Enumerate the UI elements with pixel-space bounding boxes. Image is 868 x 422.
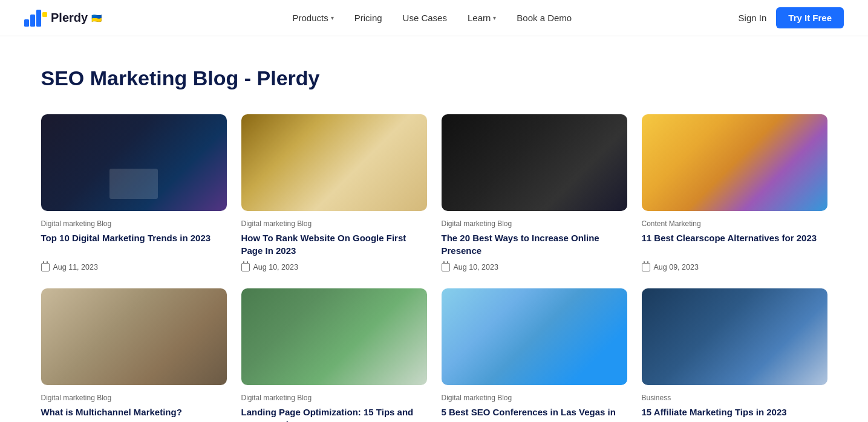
card-category: Content Marketing: [642, 219, 827, 228]
page-title: SEO Marketing Blog - Plerdy: [41, 67, 827, 90]
date-text: Aug 10, 2023: [454, 263, 498, 271]
card-title: The 20 Best Ways to Increase Online Pres…: [442, 232, 627, 257]
blog-card[interactable]: Digital marketing Blog Landing Page Opti…: [241, 288, 427, 422]
nav-book-demo[interactable]: Book a Demo: [508, 8, 580, 28]
card-image: [642, 288, 827, 385]
calendar-icon: [41, 263, 50, 271]
nav-products[interactable]: Products ▾: [284, 8, 342, 28]
card-image: [642, 114, 827, 211]
blog-card[interactable]: Digital marketing Blog Top 10 Digital Ma…: [41, 114, 227, 271]
blog-card[interactable]: Content Marketing 11 Best Clearscope Alt…: [642, 114, 827, 271]
logo-text: Plerdy: [51, 11, 88, 25]
nav-learn[interactable]: Learn ▾: [459, 8, 504, 28]
logo[interactable]: Plerdy 🇺🇦: [24, 10, 102, 27]
calendar-icon: [642, 263, 650, 271]
card-category: Digital marketing Blog: [41, 219, 227, 228]
card-category: Digital marketing Blog: [442, 219, 627, 228]
svg-rect-1: [30, 15, 35, 27]
calendar-icon: [442, 263, 450, 271]
main-content: SEO Marketing Blog - Plerdy Digital mark…: [17, 36, 852, 422]
card-title: 5 Best SEO Conferences in Las Vegas in 2…: [442, 406, 627, 422]
card-image: [241, 288, 427, 385]
card-title: How To Rank Website On Google First Page…: [241, 232, 427, 257]
blog-grid: Digital marketing Blog Top 10 Digital Ma…: [41, 114, 827, 422]
svg-rect-2: [36, 10, 41, 27]
sign-in-button[interactable]: Sign In: [739, 13, 767, 23]
nav-use-cases[interactable]: Use Cases: [394, 8, 455, 28]
calendar-icon: [241, 263, 250, 271]
date-text: Aug 09, 2023: [654, 263, 699, 271]
main-nav: Plerdy 🇺🇦 Products ▾ Pricing Use Cases L…: [0, 0, 868, 36]
card-image: [41, 114, 227, 211]
card-category: Digital marketing Blog: [41, 394, 227, 402]
card-date: Aug 11, 2023: [41, 263, 227, 271]
blog-card[interactable]: Digital marketing Blog 5 Best SEO Confer…: [442, 288, 627, 422]
card-title: What is Multichannel Marketing?: [41, 406, 227, 422]
card-date: Aug 09, 2023: [642, 263, 827, 271]
card-image: [41, 288, 227, 385]
products-chevron-icon: ▾: [331, 15, 334, 21]
blog-card[interactable]: Digital marketing Blog What is Multichan…: [41, 288, 227, 422]
card-date: Aug 10, 2023: [241, 263, 427, 271]
card-image: [442, 288, 627, 385]
card-category: Digital marketing Blog: [442, 394, 627, 402]
card-title: 15 Affiliate Marketing Tips in 2023: [642, 406, 827, 422]
nav-actions: Sign In Try It Free: [739, 7, 844, 28]
card-category: Digital marketing Blog: [241, 219, 427, 228]
blog-card[interactable]: Business 15 Affiliate Marketing Tips in …: [642, 288, 827, 422]
svg-rect-0: [24, 19, 29, 27]
card-title: 11 Best Clearscope Alternatives for 2023: [642, 232, 827, 257]
card-date: Aug 10, 2023: [442, 263, 627, 271]
card-category: Digital marketing Blog: [241, 394, 427, 402]
blog-card[interactable]: Digital marketing Blog The 20 Best Ways …: [442, 114, 627, 271]
date-text: Aug 11, 2023: [53, 263, 98, 271]
card-title: Top 10 Digital Marketing Trends in 2023: [41, 232, 227, 257]
nav-links: Products ▾ Pricing Use Cases Learn ▾ Boo…: [126, 8, 738, 28]
nav-pricing[interactable]: Pricing: [346, 8, 391, 28]
try-free-button[interactable]: Try It Free: [776, 7, 844, 28]
card-image: [241, 114, 427, 211]
blog-card[interactable]: Digital marketing Blog How To Rank Websi…: [241, 114, 427, 271]
card-image: [442, 114, 627, 211]
card-category: Business: [642, 394, 827, 402]
card-title: Landing Page Optimization: 15 Tips and B…: [241, 406, 427, 422]
learn-chevron-icon: ▾: [493, 15, 496, 21]
logo-flag: 🇺🇦: [91, 13, 102, 23]
svg-rect-3: [42, 12, 47, 17]
date-text: Aug 10, 2023: [253, 263, 298, 271]
